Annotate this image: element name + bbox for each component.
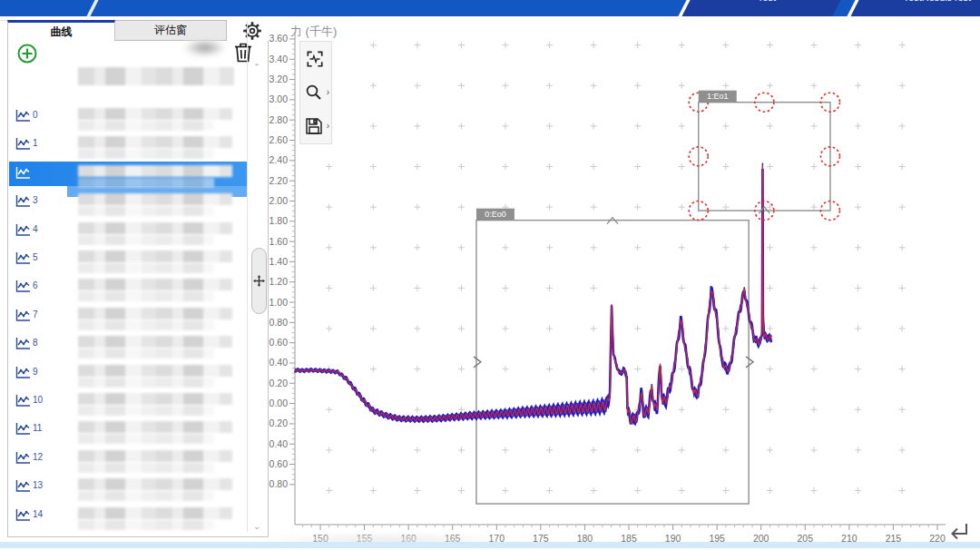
redacted-curve-name	[78, 507, 232, 519]
panel-tabs: 曲线 评估窗	[7, 20, 270, 41]
curve-item-index: 7	[33, 309, 38, 319]
curve-list-item-11[interactable]: 11	[9, 420, 247, 447]
svg-text:1.60: 1.60	[270, 236, 289, 247]
curve-item-index: 6	[33, 280, 38, 290]
curve-list-item-0[interactable]: 0	[9, 107, 247, 134]
curve-item-index: 5	[33, 252, 38, 262]
redacted-curve-subtext	[78, 349, 214, 358]
drag-handle-arrow-icon[interactable]	[746, 357, 753, 368]
drag-handle-arrow-icon[interactable]	[474, 357, 481, 368]
curve-list-item-14[interactable]: 14	[9, 506, 247, 533]
redacted-curve-subtext	[78, 463, 214, 473]
redacted-curve-subtext	[78, 263, 214, 273]
scroll-up-icon[interactable]: ⌃	[251, 63, 262, 72]
curve-list: 0123456789101112131415	[9, 86, 247, 533]
curve-list-item-12[interactable]: 12	[9, 449, 247, 476]
redacted-curve-name	[78, 393, 232, 405]
svg-text:0.40: 0.40	[270, 357, 289, 368]
bottom-strip	[0, 542, 980, 548]
svg-text:2.20: 2.20	[270, 175, 289, 186]
curve-item-index: 13	[33, 480, 43, 490]
save-floppy-icon	[305, 117, 323, 135]
splitter-handle[interactable]	[251, 248, 267, 314]
curve-item-index: 1	[33, 138, 38, 148]
curve-list-item-7[interactable]: 7	[9, 307, 247, 334]
redacted-curve-subtext	[78, 520, 214, 530]
eval-window-1-handles[interactable]: 1:Eo1	[689, 91, 839, 221]
curve-list-item-6[interactable]: 6	[9, 278, 247, 305]
curve-chart-icon	[15, 366, 31, 379]
curve-list-item-2[interactable]: 2	[9, 164, 247, 192]
curve-list-item-5[interactable]: 5	[9, 250, 247, 277]
enter-key-icon[interactable]	[946, 520, 970, 544]
curve-chart-icon	[15, 451, 31, 465]
svg-text:2.40: 2.40	[270, 154, 289, 165]
redacted-curve-subtext	[78, 149, 214, 159]
redacted-curve-name	[78, 478, 232, 490]
curve-list-item-10[interactable]: 10	[9, 392, 247, 419]
curve-list-item-3[interactable]: 3	[9, 192, 247, 220]
redacted-curve-name	[78, 222, 232, 234]
scroll-down-icon[interactable]: ⌄	[251, 522, 262, 531]
chevron-right-icon: ›	[327, 121, 329, 131]
top-bar: Test TestResult/Test	[0, 0, 980, 16]
eval-window-label: 0:Eo0	[485, 210, 506, 219]
chevron-right-icon: ›	[327, 87, 329, 97]
tab-eval-window[interactable]: 评估窗	[115, 20, 227, 41]
axes	[295, 32, 946, 525]
eval-window-label: 1:Eo1	[707, 92, 729, 101]
svg-text:1.20: 1.20	[270, 276, 289, 287]
redacted-curve-subtext	[78, 406, 214, 416]
svg-text:3.00: 3.00	[270, 93, 289, 104]
redacted-curve-name	[78, 108, 232, 120]
curve-chart-icon	[15, 137, 31, 151]
redacted-curve-subtext	[78, 178, 214, 188]
zoom-button[interactable]: ›	[300, 75, 331, 109]
curve-item-index: 3	[33, 195, 38, 205]
redacted-list-header	[78, 67, 234, 85]
curve-item-index: 11	[33, 423, 42, 433]
svg-text:-0.80: -0.80	[269, 478, 288, 489]
redacted-curve-subtext	[78, 320, 214, 330]
redacted-curve-name	[78, 165, 232, 177]
svg-text:2.80: 2.80	[270, 114, 289, 125]
redacted-curve-name	[78, 308, 232, 319]
grid-plus-markers	[326, 42, 905, 494]
magnifier-icon	[305, 83, 323, 102]
svg-text:2.00: 2.00	[270, 195, 289, 206]
curve-chart-icon	[15, 422, 31, 436]
fit-view-icon	[305, 49, 325, 69]
curve-list-item-9[interactable]: 9	[9, 364, 247, 391]
topbar-tab-1[interactable]: Test	[678, 0, 840, 16]
eval-window-0[interactable]	[476, 221, 749, 504]
curve-list-item-4[interactable]: 4	[9, 221, 247, 249]
curve-item-index: 9	[33, 367, 38, 377]
topbar-divider	[84, 0, 100, 16]
svg-text:0.20: 0.20	[270, 378, 289, 388]
redacted-curve-name	[78, 250, 232, 262]
chart-area: 力 (千牛) 3.603.403.203.002.802.602.402.202…	[269, 20, 980, 550]
save-button[interactable]: ›	[300, 109, 331, 142]
redacted-curve-name	[78, 193, 232, 205]
redacted-curve-subtext	[78, 206, 214, 216]
series-specimen-bundle-blue	[295, 163, 772, 425]
redacted-curve-name	[78, 421, 232, 433]
eval-window-1[interactable]	[699, 103, 830, 211]
curve-item-index: 14	[33, 509, 43, 519]
curve-list-item-1[interactable]: 1	[9, 135, 247, 162]
force-displacement-plot[interactable]: 3.603.403.203.002.802.602.402.202.001.80…	[269, 20, 980, 550]
curve-list-item-13[interactable]: 13	[9, 477, 247, 505]
add-curve-button[interactable]	[16, 43, 38, 64]
svg-text:1.40: 1.40	[270, 256, 289, 267]
tab-curve[interactable]: 曲线	[7, 20, 115, 41]
curve-list-item-8[interactable]: 8	[9, 335, 247, 362]
topbar-tab-2[interactable]: TestResult/Test	[847, 0, 980, 16]
svg-text:0.80: 0.80	[270, 317, 289, 328]
redacted-curve-name	[78, 365, 232, 377]
redacted-curve-name	[78, 279, 232, 290]
fit-view-button[interactable]	[300, 42, 331, 75]
curve-chart-icon	[15, 337, 31, 350]
curve-chart-icon	[15, 394, 31, 408]
curve-chart-icon	[15, 508, 31, 522]
redacted-toolbar-icon	[179, 39, 226, 68]
